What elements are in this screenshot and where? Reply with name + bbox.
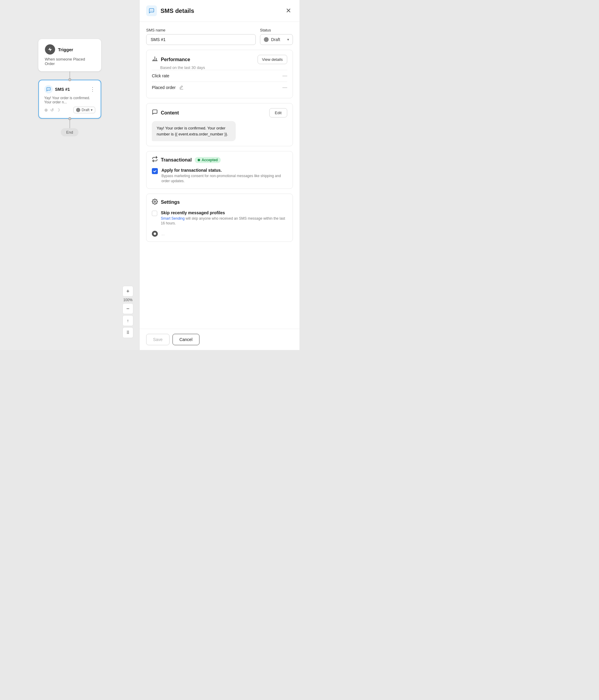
- draft-status-icon: [76, 108, 80, 112]
- cancel-button[interactable]: Cancel: [173, 334, 200, 345]
- placed-order-label: Placed order: [152, 85, 184, 90]
- sms-node-name: SMS #1: [55, 87, 70, 92]
- content-card: Content Edit Yay! Your order is confirme…: [146, 103, 293, 146]
- sms-name-input[interactable]: [146, 34, 256, 45]
- trigger-node: Trigger When someone Placed Order: [38, 39, 101, 71]
- partial-settings-row: ...: [152, 228, 287, 237]
- connector-top: [70, 71, 70, 80]
- panel-body: SMS name Status Draft ▾: [139, 22, 300, 329]
- sms-node-status-dropdown[interactable]: Draft ▾: [73, 107, 95, 113]
- status-dropdown[interactable]: Draft ▾: [260, 34, 293, 45]
- settings-card: Settings Skip recently messaged profiles…: [146, 194, 293, 242]
- node-icon-1: ⊕: [44, 107, 48, 112]
- status-chevron-icon: ▾: [287, 38, 289, 42]
- skip-main: Skip recently messaged profiles: [161, 210, 287, 215]
- click-rate-label: Click rate: [152, 73, 169, 78]
- zoom-fit-button[interactable]: ↑: [123, 315, 133, 326]
- placed-order-row: Placed order —: [152, 81, 287, 93]
- smart-sending-link[interactable]: Smart Sending: [161, 216, 184, 221]
- trigger-subtitle: When someone Placed Order: [45, 57, 95, 66]
- panel-sms-icon: [146, 5, 157, 16]
- transactional-card: Transactional Accepted Apply for transac…: [146, 151, 293, 189]
- chevron-down-icon: ▾: [91, 108, 93, 112]
- click-rate-row: Click rate —: [152, 70, 287, 81]
- view-details-button[interactable]: View details: [258, 55, 287, 64]
- end-node: End: [61, 128, 78, 136]
- transactional-checkbox[interactable]: [152, 168, 158, 174]
- status-label: Status: [260, 28, 293, 32]
- placed-order-value: —: [282, 85, 287, 90]
- settings-icon: [152, 199, 158, 206]
- performance-subtitle: Based on the last 30 days: [160, 65, 287, 70]
- svg-point-6: [154, 201, 156, 202]
- save-button[interactable]: Save: [146, 334, 170, 345]
- zoom-controls: + 100% − ↑ ⠿: [123, 286, 133, 338]
- accepted-dot: [198, 159, 200, 161]
- accepted-label: Accepted: [202, 158, 218, 162]
- sms-node[interactable]: SMS #1 ⋮ Yay! Your order is confirmed. Y…: [38, 80, 101, 119]
- transactional-checkbox-main: Apply for transactional status.: [161, 168, 287, 173]
- transactional-title: Transactional: [161, 157, 192, 163]
- svg-marker-4: [180, 86, 183, 89]
- node-icon-2: ↺: [50, 107, 54, 112]
- transactional-icon: [152, 156, 158, 164]
- click-rate-value: —: [282, 73, 287, 78]
- content-title: Content: [161, 110, 179, 116]
- performance-card: Performance View details Based on the la…: [146, 50, 293, 98]
- performance-title: Performance: [161, 57, 190, 62]
- settings-title: Settings: [161, 200, 180, 205]
- transactional-checkbox-row: Apply for transactional status. Bypass m…: [152, 168, 287, 184]
- sms-node-action-icons: ⊕ ↺ ☽: [44, 107, 60, 112]
- content-icon: [152, 109, 158, 117]
- close-button[interactable]: ✕: [284, 6, 293, 15]
- zoom-level: 100%: [123, 298, 133, 302]
- sms-name-label: SMS name: [146, 28, 256, 32]
- sms-node-preview: Yay! Your order is confirmed. Your order…: [44, 96, 95, 104]
- message-preview: Yay! Your order is confirmed. Your order…: [152, 121, 236, 141]
- performance-header: Performance View details: [152, 55, 287, 64]
- sms-name-group: SMS name: [146, 28, 256, 45]
- panel-header: SMS details ✕: [139, 0, 300, 22]
- partial-checkbox: [152, 231, 158, 237]
- canvas-area: Trigger When someone Placed Order SMS #1…: [0, 0, 139, 350]
- zoom-in-button[interactable]: +: [123, 286, 133, 297]
- sms-details-panel: SMS details ✕ SMS name Status Draft ▾: [139, 0, 300, 350]
- sms-node-more-button[interactable]: ⋮: [90, 86, 95, 93]
- partial-row-text: ...: [161, 232, 165, 236]
- status-draft-circle: [264, 37, 269, 42]
- sms-node-status-label: Draft: [81, 108, 89, 112]
- edit-button[interactable]: Edit: [269, 108, 287, 118]
- status-group: Status Draft ▾: [260, 28, 293, 45]
- sms-name-status-row: SMS name Status Draft ▾: [146, 28, 293, 45]
- skip-sub: Smart Sending will skip anyone who recei…: [161, 216, 287, 226]
- accepted-badge: Accepted: [195, 157, 221, 163]
- connector-bottom: [70, 119, 70, 128]
- skip-checkbox[interactable]: [152, 211, 157, 216]
- transactional-header: Transactional Accepted: [152, 156, 287, 164]
- status-value: Draft: [271, 37, 280, 42]
- trigger-icon: [45, 44, 55, 54]
- settings-header: Settings: [152, 199, 287, 206]
- transactional-checkbox-text: Apply for transactional status. Bypass m…: [161, 168, 287, 184]
- trigger-title: Trigger: [58, 47, 73, 52]
- node-icon-3: ☽: [56, 107, 60, 112]
- zoom-out-button[interactable]: −: [123, 303, 133, 314]
- skip-text-block: Skip recently messaged profiles Smart Se…: [161, 210, 287, 226]
- performance-icon: [152, 56, 158, 63]
- content-header: Content Edit: [152, 108, 287, 118]
- transactional-checkbox-sub: Bypass marketing consent for non-promoti…: [161, 174, 287, 184]
- sms-node-icon: [44, 85, 53, 94]
- skip-checkbox-row: Skip recently messaged profiles Smart Se…: [152, 210, 287, 226]
- grid-toggle-button[interactable]: ⠿: [123, 327, 133, 338]
- panel-title: SMS details: [160, 7, 194, 15]
- panel-footer: Save Cancel: [139, 329, 300, 350]
